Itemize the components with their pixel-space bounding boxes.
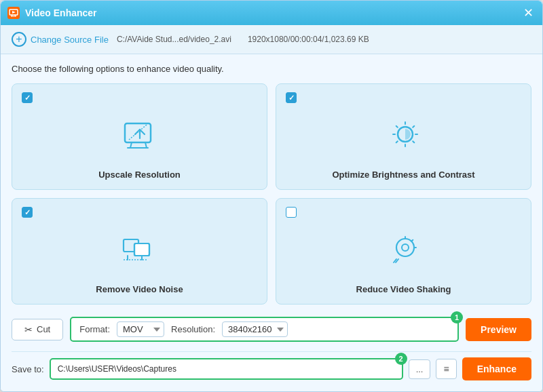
- close-button[interactable]: ✕: [521, 5, 536, 20]
- save-to-label: Save to:: [12, 364, 44, 374]
- main-content: Choose the following options to enhance …: [1, 54, 542, 391]
- svg-point-9: [402, 244, 409, 251]
- save-path-box: C:\Users\USER\Videos\Captures 2: [50, 358, 403, 380]
- preview-button[interactable]: Preview: [466, 318, 531, 341]
- svg-rect-2: [125, 123, 151, 142]
- badge-1: 1: [451, 311, 463, 324]
- brightness-icon-area: [286, 109, 521, 164]
- source-bar: + Change Source File C:/AVAide Stud...ed…: [1, 25, 542, 54]
- svg-rect-6: [134, 243, 149, 256]
- save-list-button[interactable]: ≡: [436, 359, 456, 379]
- save-browse-button[interactable]: ...: [409, 359, 431, 379]
- checkbox-upscale[interactable]: ✓: [22, 92, 33, 103]
- save-row: Save to: C:\Users\USER\Videos\Captures 2…: [12, 351, 531, 385]
- option-upscale[interactable]: ✓ Upscale Resolution: [12, 83, 267, 190]
- change-source-button[interactable]: + Change Source File: [12, 32, 109, 47]
- option-noise-label: Remove Video Noise: [22, 284, 257, 294]
- option-shaking-label: Reduce Video Shaking: [286, 284, 521, 294]
- source-file-meta: 1920x1080/00:00:04/1,023.69 KB: [248, 35, 369, 44]
- enhance-button[interactable]: Enhance: [462, 357, 531, 380]
- svg-marker-1: [12, 11, 16, 14]
- noise-icon-area: [22, 223, 257, 279]
- option-brightness[interactable]: ✓ Optimize Br: [276, 83, 531, 190]
- checkbox-brightness[interactable]: ✓: [286, 92, 297, 103]
- cut-button[interactable]: ✂ Cut: [12, 319, 63, 340]
- window-title: Video Enhancer: [25, 7, 521, 18]
- scissors-icon: ✂: [24, 324, 33, 335]
- change-source-label: Change Source File: [31, 35, 109, 45]
- resolution-label: Resolution:: [171, 324, 215, 334]
- source-file-path: C:/AVAide Stud...ed/video_2.avi: [117, 35, 231, 44]
- svg-line-3: [129, 125, 147, 140]
- section-description: Choose the following options to enhance …: [12, 64, 531, 74]
- resolution-select[interactable]: 3840x2160 1920x1080 1280x720: [222, 321, 288, 337]
- badge-2: 2: [395, 353, 407, 365]
- shaking-icon-area: [286, 223, 521, 279]
- format-resolution-box: 1 Format: MOV MP4 AVI MKV Resolution: 38…: [70, 317, 459, 342]
- format-select[interactable]: MOV MP4 AVI MKV: [117, 321, 164, 337]
- checkbox-noise[interactable]: ✓: [22, 207, 33, 218]
- save-path-wrapper: C:\Users\USER\Videos\Captures 2: [50, 358, 403, 380]
- add-icon: +: [12, 32, 26, 47]
- save-path-text: C:\Users\USER\Videos\Captures: [58, 364, 176, 374]
- option-shaking[interactable]: Reduce Video Shaking: [276, 198, 531, 305]
- checkbox-shaking[interactable]: [286, 207, 297, 218]
- title-bar: Video Enhancer ✕: [1, 1, 542, 25]
- options-grid: ✓ Upscale Resolution: [12, 83, 531, 305]
- format-label: Format:: [79, 324, 110, 334]
- option-noise[interactable]: ✓ Remove Video Noise: [12, 198, 267, 305]
- option-upscale-label: Upscale Resolution: [22, 170, 257, 180]
- main-window: Video Enhancer ✕ + Change Source File C:…: [0, 0, 543, 392]
- upscale-icon-area: [22, 109, 257, 164]
- bottom-controls: ✂ Cut 1 Format: MOV MP4 AVI MKV Resoluti…: [12, 311, 531, 345]
- option-brightness-label: Optimize Brightness and Contrast: [286, 170, 521, 180]
- app-icon: [7, 7, 20, 19]
